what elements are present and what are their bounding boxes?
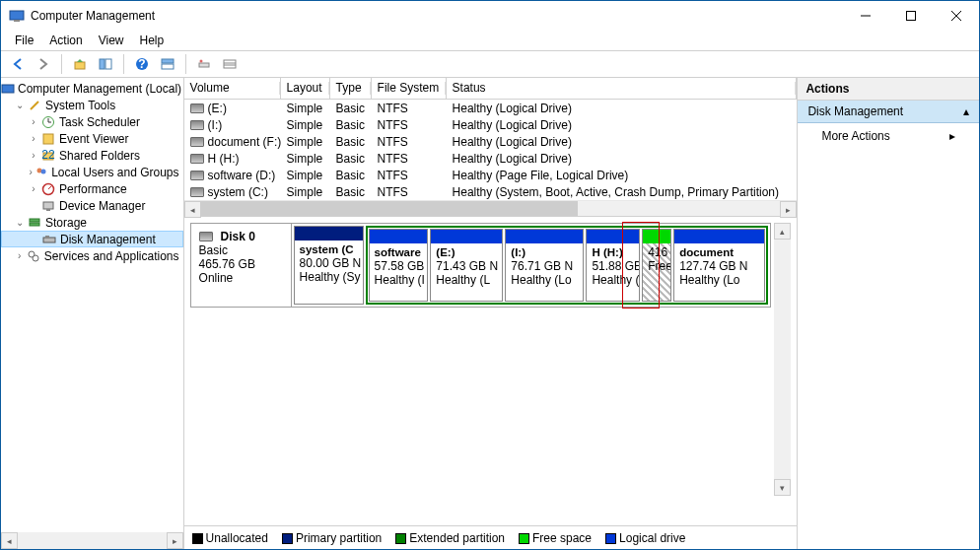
settings-button[interactable]	[193, 53, 215, 75]
partition-free[interactable]: 416Free	[642, 229, 671, 302]
svg-rect-34	[45, 236, 49, 238]
col-type[interactable]: Type	[330, 78, 372, 99]
svg-rect-11	[162, 59, 174, 63]
submenu-icon: ▸	[949, 129, 955, 143]
tree-shared-folders[interactable]: › 22 Shared Folders	[1, 147, 183, 164]
help-button[interactable]: ?	[131, 53, 153, 75]
menu-file[interactable]: File	[7, 32, 41, 49]
swatch-unallocated	[192, 533, 203, 544]
perf-icon	[40, 181, 56, 197]
col-fs[interactable]: File System	[372, 78, 447, 99]
svg-rect-30	[46, 209, 50, 211]
volume-icon	[190, 171, 204, 180]
legend: Unallocated Primary partition Extended p…	[184, 525, 798, 549]
svg-rect-32	[30, 223, 39, 226]
maximize-button[interactable]	[888, 1, 934, 31]
compmgmt-icon	[1, 81, 15, 97]
volume-row[interactable]: (I:)SimpleBasicNTFSHealthy (Logical Driv…	[184, 116, 798, 133]
expand-icon[interactable]: ›	[27, 167, 35, 177]
list-button[interactable]	[219, 53, 241, 75]
partition-software-d[interactable]: software57.58 GB IHealthy (I	[369, 229, 429, 302]
tree-storage[interactable]: ⌄ Storage	[1, 214, 183, 231]
col-layout[interactable]: Layout	[281, 78, 330, 99]
volume-header: Volume Layout Type File System Status	[184, 78, 798, 100]
up-button[interactable]	[69, 53, 91, 75]
disk-graphical-view: Disk 0 Basic 465.76 GB Online system (C8…	[184, 217, 798, 525]
expand-icon[interactable]: ›	[27, 183, 40, 194]
toolbar: ?	[1, 50, 979, 78]
tree-event-viewer[interactable]: › Event Viewer	[1, 130, 183, 147]
diskmgmt-icon	[41, 232, 57, 247]
tree-local-users[interactable]: › Local Users and Groups	[1, 164, 183, 180]
forward-button[interactable]	[33, 53, 54, 75]
minimize-button[interactable]	[843, 1, 888, 31]
menu-action[interactable]: Action	[41, 32, 90, 49]
volume-row[interactable]: H (H:)SimpleBasicNTFSHealthy (Logical Dr…	[184, 150, 798, 167]
menubar: File Action View Help	[1, 31, 979, 50]
svg-rect-8	[105, 59, 111, 69]
partition-i[interactable]: (I:)76.71 GB NHealthy (Lo	[505, 229, 584, 302]
volume-icon	[190, 154, 204, 164]
tree-performance[interactable]: › Performance	[1, 180, 183, 197]
volume-icon	[190, 137, 204, 147]
volume-row[interactable]: system (C:)SimpleBasicNTFSHealthy (Syste…	[184, 183, 798, 200]
view-top-button[interactable]	[157, 53, 178, 75]
eventv-icon	[40, 131, 56, 147]
volume-row[interactable]: document (F:)SimpleBasicNTFSHealthy (Log…	[184, 133, 798, 150]
partition-document-f[interactable]: document127.74 GB NHealthy (Lo	[673, 229, 765, 302]
users-icon	[35, 165, 48, 180]
disk-row[interactable]: Disk 0 Basic 465.76 GB Online system (C8…	[190, 223, 772, 308]
svg-text:22: 22	[41, 149, 55, 162]
tree-task-scheduler[interactable]: › Task Scheduler	[1, 113, 183, 130]
svg-rect-22	[43, 134, 53, 144]
tree-root[interactable]: Computer Management (Local)	[1, 80, 183, 97]
expand-icon[interactable]: ⌄	[13, 100, 27, 110]
window-title: Computer Management	[31, 9, 843, 23]
back-button[interactable]	[7, 53, 29, 75]
expand-icon[interactable]: ⌄	[13, 217, 27, 228]
clock-icon	[40, 114, 56, 130]
expand-icon[interactable]: ›	[13, 250, 26, 261]
compmgmt-icon	[9, 8, 25, 24]
tree-hscrollbar[interactable]: ◂ ▸	[1, 532, 183, 549]
show-hide-tree-button[interactable]	[95, 53, 116, 75]
tree-services[interactable]: › Services and Applications	[1, 247, 183, 264]
tree-device-manager[interactable]: Device Manager	[1, 197, 183, 214]
scroll-up-icon[interactable]: ▴	[774, 223, 791, 240]
col-status[interactable]: Status	[447, 78, 798, 99]
scroll-left-icon[interactable]: ◂	[1, 532, 18, 549]
svg-rect-7	[100, 59, 105, 69]
svg-rect-12	[162, 64, 174, 69]
menu-help[interactable]: Help	[132, 32, 173, 49]
services-icon	[26, 248, 40, 264]
volume-row[interactable]: (E:)SimpleBasicNTFSHealthy (Logical Driv…	[184, 100, 798, 116]
graphical-vscrollbar[interactable]: ▴ ▾	[774, 223, 791, 496]
scroll-right-icon[interactable]: ▸	[167, 532, 183, 549]
actions-pane: Actions Disk Management ▴ More Actions ▸	[798, 78, 979, 549]
svg-rect-33	[43, 238, 55, 242]
titlebar: Computer Management	[1, 1, 979, 31]
volume-row[interactable]: software (D:)SimpleBasicNTFSHealthy (Pag…	[184, 167, 798, 183]
tree-disk-management[interactable]: Disk Management	[1, 231, 183, 247]
expand-icon[interactable]: ›	[27, 116, 40, 127]
col-volume[interactable]: Volume	[184, 78, 281, 99]
actions-disk-management[interactable]: Disk Management ▴	[798, 101, 979, 123]
tree-pane: Computer Management (Local) ⌄ System Too…	[1, 78, 184, 549]
scroll-right-icon[interactable]: ▸	[780, 201, 797, 218]
shared-icon: 22	[40, 148, 56, 164]
disk-icon	[199, 232, 213, 241]
tree-system-tools[interactable]: ⌄ System Tools	[1, 97, 183, 113]
scrollbar-thumb[interactable]	[201, 201, 578, 216]
partition-system-c[interactable]: system (C80.00 GB NHealthy (Sy	[294, 226, 364, 305]
actions-more[interactable]: More Actions ▸	[798, 123, 979, 149]
expand-icon[interactable]: ›	[27, 133, 40, 144]
scroll-left-icon[interactable]: ◂	[184, 201, 201, 218]
expand-icon[interactable]: ›	[27, 150, 40, 161]
volume-hscrollbar[interactable]: ◂ ▸	[184, 200, 798, 217]
scroll-down-icon[interactable]: ▾	[774, 479, 791, 496]
partition-e[interactable]: (E:)71.43 GB NHealthy (L	[430, 229, 503, 302]
partition-h[interactable]: H (H:)51.88 GBHealthy (	[586, 229, 640, 302]
close-button[interactable]	[934, 1, 979, 31]
svg-rect-18	[2, 85, 14, 93]
menu-view[interactable]: View	[91, 32, 132, 49]
